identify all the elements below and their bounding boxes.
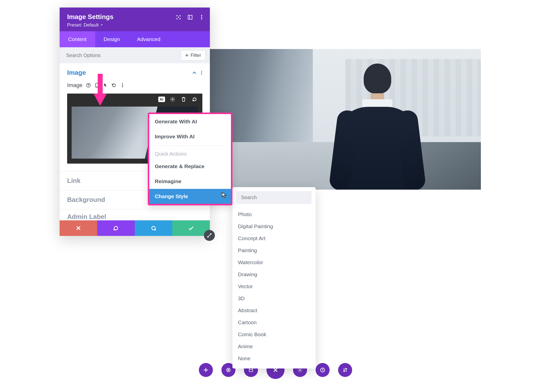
panel-footer xyxy=(60,220,210,236)
undo-icon[interactable] xyxy=(191,96,198,103)
reset-icon[interactable] xyxy=(111,83,116,88)
annotation-arrow-icon xyxy=(93,74,108,106)
gear-icon[interactable] xyxy=(169,96,176,103)
style-option[interactable]: Abstract xyxy=(236,304,312,316)
style-option[interactable]: Comic Book xyxy=(236,328,312,340)
svg-point-17 xyxy=(122,86,123,87)
style-option[interactable]: Painting xyxy=(236,244,312,256)
svg-rect-0 xyxy=(178,17,179,18)
search-input[interactable] xyxy=(64,51,178,60)
settings-tabs: Content Design Advanced xyxy=(60,31,210,47)
section-image-header[interactable]: Image xyxy=(60,63,210,82)
style-search-input[interactable] xyxy=(236,191,312,204)
add-button[interactable] xyxy=(199,363,213,377)
cancel-button[interactable] xyxy=(60,220,97,236)
ai-generate-replace-item[interactable]: Generate & Replace xyxy=(149,159,231,174)
svg-point-5 xyxy=(201,19,202,20)
ai-change-style-item[interactable]: Change Style xyxy=(149,189,231,204)
svg-point-15 xyxy=(122,83,123,84)
style-option[interactable]: Photo xyxy=(236,208,312,220)
style-option[interactable]: Digital Painting xyxy=(236,220,312,232)
panel-header: Image Settings Preset: Default xyxy=(60,8,210,31)
ai-button[interactable]: AI xyxy=(158,96,165,103)
preview-toolbar: AI xyxy=(158,96,198,103)
svg-point-18 xyxy=(172,99,173,100)
swap-arrows-button[interactable] xyxy=(338,363,352,377)
svg-point-25 xyxy=(228,369,229,370)
focus-icon[interactable] xyxy=(176,15,181,20)
hero-man-figure xyxy=(340,64,415,190)
resize-handle[interactable] xyxy=(204,230,215,241)
history-button[interactable] xyxy=(316,363,330,377)
image-field-label: Image xyxy=(67,82,82,89)
redo-button[interactable] xyxy=(135,220,172,236)
cursor-icon xyxy=(221,192,227,198)
page-hero-image xyxy=(210,49,481,190)
undo-button[interactable] xyxy=(97,220,135,236)
image-field-row: Image xyxy=(60,82,210,94)
svg-rect-21 xyxy=(98,74,103,94)
style-option[interactable]: Drawing xyxy=(236,268,312,280)
style-option[interactable]: None xyxy=(236,352,312,364)
svg-point-8 xyxy=(201,71,202,72)
style-option[interactable]: Cartoon xyxy=(236,316,312,328)
style-option[interactable]: 3D xyxy=(236,292,312,304)
svg-point-12 xyxy=(88,86,89,87)
preset-selector[interactable]: Preset: Default xyxy=(67,22,202,28)
svg-point-9 xyxy=(201,72,202,73)
tab-advanced[interactable]: Advanced xyxy=(128,31,169,47)
more-icon[interactable] xyxy=(199,15,204,20)
section-admin-label: Admin Label xyxy=(60,209,210,220)
style-submenu: Photo Digital Painting Concept Art Paint… xyxy=(232,187,316,368)
ai-dropdown: Generate With AI Improve With AI Quick A… xyxy=(148,113,232,205)
ai-improve-item[interactable]: Improve With AI xyxy=(149,129,231,144)
trash-icon[interactable] xyxy=(180,96,187,103)
panel-layout-icon[interactable] xyxy=(187,15,193,20)
svg-point-16 xyxy=(122,85,123,86)
style-option[interactable]: Watercolor xyxy=(236,256,312,268)
ai-generate-item[interactable]: Generate With AI xyxy=(149,114,231,129)
style-option[interactable]: Vector xyxy=(236,280,312,292)
search-row: Filter xyxy=(60,47,210,63)
ai-reimagine-item[interactable]: Reimagine xyxy=(149,174,231,189)
style-option[interactable]: Anime xyxy=(236,340,312,352)
svg-rect-26 xyxy=(249,368,253,372)
svg-rect-1 xyxy=(188,15,192,19)
section-admin-label-header[interactable]: Admin Label xyxy=(60,209,210,220)
tab-content[interactable]: Content xyxy=(60,31,95,47)
filter-button[interactable]: Filter xyxy=(181,50,205,60)
svg-point-30 xyxy=(299,369,301,371)
section-more-icon[interactable] xyxy=(201,70,202,75)
tab-design[interactable]: Design xyxy=(95,31,128,47)
svg-point-10 xyxy=(201,74,202,75)
quick-actions-label: Quick Actions xyxy=(149,147,231,159)
help-icon[interactable] xyxy=(86,83,91,88)
field-more-icon[interactable] xyxy=(120,83,125,88)
style-option[interactable]: Concept Art xyxy=(236,232,312,244)
svg-point-3 xyxy=(201,15,202,16)
svg-point-4 xyxy=(201,17,202,18)
chevron-up-icon xyxy=(192,70,197,75)
